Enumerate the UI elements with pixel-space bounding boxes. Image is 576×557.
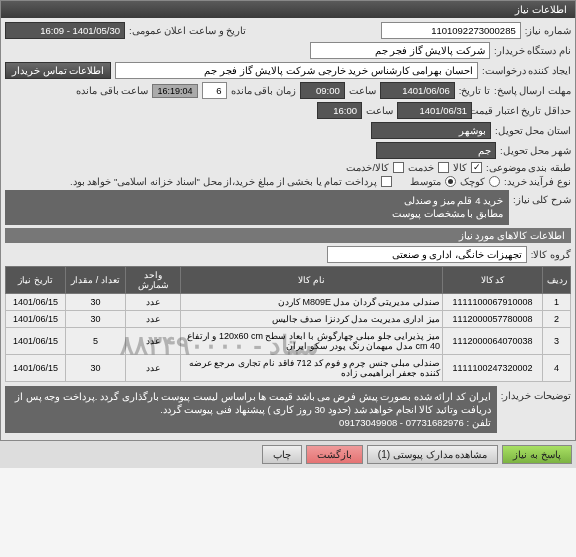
cell-unit: عدد <box>126 354 181 381</box>
cell-qty: 30 <box>66 354 126 381</box>
proc-mid-radio[interactable] <box>445 176 456 187</box>
cat-both-checkbox[interactable] <box>393 162 404 173</box>
requester-field: احسان بهرامی کارشناس خرید خارجی شرکت پال… <box>115 62 478 79</box>
cell-unit: عدد <box>126 293 181 310</box>
goods-section-title: اطلاعات کالاهای مورد نیاز <box>5 228 571 243</box>
cell-name: میز اداری مدیریت مدل کردنزا صدف جالیس <box>181 310 443 327</box>
th-date: تاریخ نیاز <box>6 266 66 293</box>
th-unit: واحد شمارش <box>126 266 181 293</box>
remain-label: زمان باقی مانده <box>231 85 296 96</box>
buyer-notes-phone: تلفن : 07731682976 - 09173049908 <box>11 416 491 429</box>
deadline-date-label: تا تاریخ: <box>459 85 490 96</box>
th-row: ردیف <box>543 266 571 293</box>
deadline-label: مهلت ارسال پاسخ: <box>494 85 571 96</box>
need-no-field: 1101092273000285 <box>381 22 521 39</box>
cell-name: صندلی مبلی جنس چرم و فوم کد 712 فاقد نام… <box>181 354 443 381</box>
cell-code: 1112000057780008 <box>443 310 543 327</box>
cat-goods-checkbox[interactable] <box>471 162 482 173</box>
cell-qty: 5 <box>66 327 126 354</box>
cell-code: 1112000064070038 <box>443 327 543 354</box>
table-row: 31112000064070038میز پذیرایی جلو مبلی چه… <box>6 327 571 354</box>
th-code: کد کالا <box>443 266 543 293</box>
table-row: 11111100067910008صندلی مدیریتی گردان مدل… <box>6 293 571 310</box>
table-row: 21112000057780008میز اداری مدیریت مدل کر… <box>6 310 571 327</box>
city-label: شهر محل تحویل: <box>500 145 571 156</box>
need-no-label: شماره نیاز: <box>525 25 571 36</box>
process-label: نوع فرآیند خرید: <box>504 176 571 187</box>
validity-label: حداقل تاریخ اعتبار قیمت تا تاریخ: <box>476 105 571 116</box>
cell-date: 1401/06/15 <box>6 354 66 381</box>
cell-code: 1111100247320002 <box>443 354 543 381</box>
cell-date: 1401/06/15 <box>6 310 66 327</box>
attachments-button[interactable]: مشاهده مدارک پیوستی (1) <box>367 445 499 464</box>
footer-bar: پاسخ به نیاز مشاهده مدارک پیوستی (1) باز… <box>0 441 576 468</box>
cell-qty: 30 <box>66 310 126 327</box>
deadline-date: 1401/06/06 <box>380 82 455 99</box>
proc-mid-label: متوسط <box>410 176 441 187</box>
buyer-label: نام دستگاه خریدار: <box>494 45 571 56</box>
contact-buyer-button[interactable]: اطلاعات تماس خریدار <box>5 62 111 79</box>
cell-n: 3 <box>543 327 571 354</box>
remain-time: 16:19:04 <box>152 84 197 98</box>
cell-unit: عدد <box>126 327 181 354</box>
cell-code: 1111100067910008 <box>443 293 543 310</box>
buyer-notes-box: ایران کد ارائه شده بصورت پیش فرض می باشد… <box>5 386 497 434</box>
print-button[interactable]: چاپ <box>262 445 302 464</box>
remain-suffix: ساعت باقی مانده <box>76 85 148 96</box>
goods-table: ردیف کد کالا نام کالا واحد شمارش تعداد /… <box>5 266 571 382</box>
reply-button[interactable]: پاسخ به نیاز <box>502 445 572 464</box>
time-label-1: ساعت <box>349 85 376 96</box>
cat-service-checkbox[interactable] <box>438 162 449 173</box>
group-field: تجهیزات خانگی، اداری و صنعتی <box>327 246 527 263</box>
deadline-time: 09:00 <box>300 82 345 99</box>
cell-date: 1401/06/15 <box>6 327 66 354</box>
desc-line2: مطابق با مشخصات پیوست <box>11 207 503 220</box>
cat-both-label: کالا/خدمت <box>346 162 389 173</box>
desc-line1: خرید 4 قلم میز و صندلی <box>11 194 503 207</box>
remain-days: 6 <box>202 82 227 99</box>
province-field: بوشهر <box>371 122 491 139</box>
time-label-2: ساعت <box>366 105 393 116</box>
buyer-notes-label: توضیحات خریدار: <box>501 386 571 434</box>
province-label: استان محل تحویل: <box>495 125 571 136</box>
requester-label: ایجاد کننده درخواست: <box>482 65 571 76</box>
cell-qty: 30 <box>66 293 126 310</box>
validity-date: 1401/06/31 <box>397 102 472 119</box>
proc-low-radio[interactable] <box>489 176 500 187</box>
announce-label: تاریخ و ساعت اعلان عمومی: <box>129 25 246 36</box>
buyer-field: شرکت پالایش گاز فجر جم <box>310 42 490 59</box>
buyer-notes-text: ایران کد ارائه شده بصورت پیش فرض می باشد… <box>11 390 491 417</box>
th-qty: تعداد / مقدار <box>66 266 126 293</box>
desc-label: شرح کلی نیاز: <box>513 190 571 225</box>
pay-note-label: پرداخت تمام یا بخشی از مبلغ خرید،از محل … <box>70 176 377 187</box>
cell-unit: عدد <box>126 310 181 327</box>
cell-name: صندلی مدیریتی گردان مدل M809E کاردن <box>181 293 443 310</box>
cell-n: 2 <box>543 310 571 327</box>
validity-time: 16:00 <box>317 102 362 119</box>
cell-date: 1401/06/15 <box>6 293 66 310</box>
cell-n: 1 <box>543 293 571 310</box>
table-row: 41111100247320002صندلی مبلی جنس چرم و فو… <box>6 354 571 381</box>
cell-n: 4 <box>543 354 571 381</box>
proc-low-label: کوچک <box>460 176 485 187</box>
th-name: نام کالا <box>181 266 443 293</box>
cell-name: میز پذیرایی جلو مبلی چهارگوش با ابعاد سط… <box>181 327 443 354</box>
back-button[interactable]: بازگشت <box>306 445 363 464</box>
category-label: طبقه بندی موضوعی: <box>486 162 571 173</box>
city-field: جم <box>376 142 496 159</box>
pay-note-checkbox[interactable] <box>381 176 392 187</box>
desc-box: خرید 4 قلم میز و صندلی مطابق با مشخصات پ… <box>5 190 509 225</box>
announce-field: 1401/05/30 - 16:09 <box>5 22 125 39</box>
panel-title: اطلاعات نیاز <box>1 1 575 18</box>
cat-service-label: خدمت <box>408 162 434 173</box>
group-label: گروه کالا: <box>531 249 571 260</box>
cat-goods-label: کالا <box>453 162 467 173</box>
